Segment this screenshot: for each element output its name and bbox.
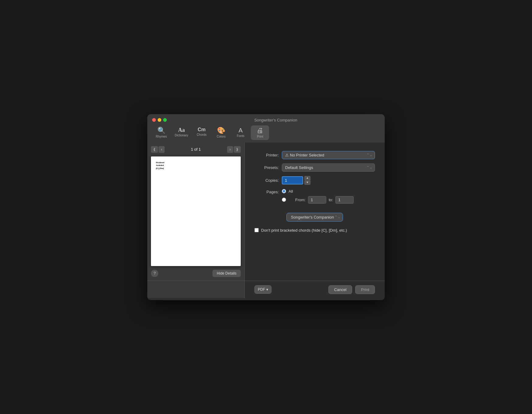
copies-input-wrapper: 1 ▲ ▼ [282,176,310,185]
toolbar-item-fonts[interactable]: A Fonts [231,125,250,140]
close-button[interactable] [152,118,156,122]
pages-label: Pages: [254,189,279,194]
prev-nav-group: ⟪ ‹ [151,146,165,153]
pages-to-input[interactable] [335,196,354,204]
fonts-icon: A [239,127,243,133]
bottom-right: PDF ▾ Cancel Print [245,281,385,300]
pages-range-row: From: to: [282,196,354,204]
page-preview: Deadeted Aededed [E] [Dm] [151,156,241,266]
printer-label: Printer: [254,153,279,157]
range-inputs: From: to: [295,196,354,204]
pages-from-input[interactable] [308,196,326,204]
options-panel: Printer: ⚠ No Printer Selected ⌃⌄ Preset… [245,142,385,281]
printer-select[interactable]: ⚠ No Printer Selected [282,151,375,159]
pdf-button-group[interactable]: PDF ▾ [254,285,271,294]
app-select[interactable]: Songwriter's Companion [286,213,343,222]
copies-label: Copies: [254,178,279,183]
presets-label: Presets: [254,165,279,170]
app-select-row: Songwriter's Companion ⌃⌄ [254,213,375,222]
print-icon: 🖨 [257,127,263,134]
prev-page-button[interactable]: ‹ [159,146,165,153]
rhymes-icon: 🔍 [157,127,166,134]
print-button[interactable]: Print [355,285,375,294]
toolbar-item-rhymes[interactable]: 🔍 Rhymes [152,125,170,140]
checkbox-row: Don't print bracketed chords (hide [C], … [254,228,375,233]
dictionary-label: Dictionary [175,134,188,137]
printer-select-wrapper: ⚠ No Printer Selected ⌃⌄ [282,151,375,159]
copies-input[interactable]: 1 [282,176,303,184]
last-page-button[interactable]: ⟫ [234,146,241,153]
pages-all-label: All [289,189,293,194]
toolbar: 🔍 Rhymes Aa Dictionary Cm Chords 🎨 Color… [152,125,380,142]
pages-options: All From: to: [282,189,354,204]
hide-chords-label: Don't print bracketed chords (hide [C], … [261,228,347,233]
fonts-label: Fonts [237,134,244,138]
page-nav: ⟪ ‹ 1 of 1 › ⟫ [151,146,241,153]
page-content: Deadeted Aededed [E] [Dm] [156,161,236,170]
next-page-button[interactable]: › [227,146,233,153]
toolbar-item-dictionary[interactable]: Aa Dictionary [172,125,191,140]
bottom-bar: PDF ▾ Cancel Print [147,281,385,300]
pages-to-label: to: [329,198,333,202]
maximize-button[interactable] [163,118,167,122]
pdf-dropdown-icon: ▾ [266,287,268,292]
copies-stepper: ▲ ▼ [304,176,310,185]
preview-panel: ⟪ ‹ 1 of 1 › ⟫ Deadeted Aededed [E] [Dm]… [147,142,245,281]
toolbar-item-colors[interactable]: 🎨 Colors [212,125,230,140]
hide-chords-checkbox[interactable] [254,228,259,232]
chords-icon: Cm [198,127,206,132]
copies-increment-button[interactable]: ▲ [304,176,310,180]
page-indicator: 1 of 1 [191,147,201,152]
presets-select-wrapper: Default Settings ⌃⌄ [282,163,375,172]
pdf-label: PDF [258,287,265,292]
presets-row: Presets: Default Settings ⌃⌄ [254,163,375,172]
dictionary-icon: Aa [178,127,185,133]
printer-row: Printer: ⚠ No Printer Selected ⌃⌄ [254,151,375,159]
pages-row: Pages: All From: to: [254,189,375,204]
toolbar-item-chords[interactable]: Cm Chords [192,125,211,140]
pages-all-row: All [282,189,354,194]
next-nav-group: › ⟫ [227,146,241,153]
preview-bottom: ? Hide Details [151,270,241,277]
help-button[interactable]: ? [151,270,158,277]
copies-decrement-button[interactable]: ▼ [304,181,310,185]
colors-icon: 🎨 [217,127,225,134]
bottom-left-spacer [147,281,245,298]
window-title: Songwriter's Companion [172,118,380,122]
rhymes-label: Rhymes [156,135,167,138]
traffic-lights [152,118,167,122]
cancel-button[interactable]: Cancel [328,285,352,294]
pages-from-label: From: [295,198,306,202]
pages-range-radio[interactable] [282,198,286,202]
colors-label: Colors [217,135,226,138]
app-select-container: Songwriter's Companion ⌃⌄ [286,213,343,222]
hide-details-button[interactable]: Hide Details [212,270,241,277]
chords-label: Chords [197,133,206,136]
print-dialog: ⟪ ‹ 1 of 1 › ⟫ Deadeted Aededed [E] [Dm]… [147,142,385,281]
minimize-button[interactable] [158,118,161,122]
pages-all-radio[interactable] [282,189,286,193]
app-window: Songwriter's Companion 🔍 Rhymes Aa Dicti… [147,114,385,300]
presets-select[interactable]: Default Settings [282,163,375,172]
first-page-button[interactable]: ⟪ [151,146,158,153]
print-label: Print [257,135,263,138]
title-bar: Songwriter's Companion 🔍 Rhymes Aa Dicti… [147,114,385,142]
copies-row: Copies: 1 ▲ ▼ [254,176,375,185]
toolbar-item-print[interactable]: 🖨 Print [251,125,269,140]
